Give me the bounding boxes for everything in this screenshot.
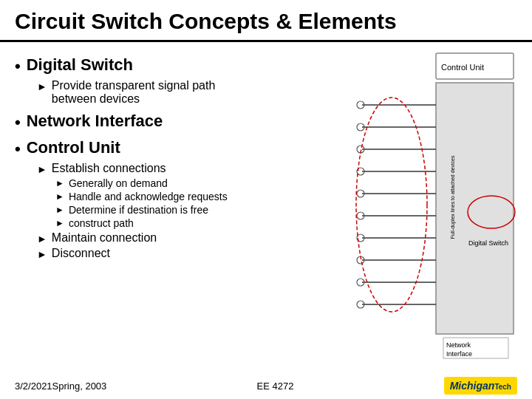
control-unit-label: Control Unit bbox=[27, 138, 120, 157]
arrow-icon-5: ► bbox=[55, 205, 64, 215]
construct-path-text: construct path bbox=[69, 217, 134, 229]
digital-switch-label: Digital Switch bbox=[27, 55, 133, 75]
footer: 3/2/2021Spring, 2003 EE 4272 MichiganTec… bbox=[0, 377, 532, 395]
bullet-control-unit: • Control Unit bbox=[15, 138, 340, 159]
right-diagram: Control Unit Digital Switch bbox=[347, 50, 517, 389]
content-area: • Digital Switch ► Provide transparent s… bbox=[0, 42, 532, 393]
circuit-diagram: Control Unit Digital Switch bbox=[347, 50, 517, 360]
svg-text:Interface: Interface bbox=[446, 350, 472, 358]
footer-course: EE 4272 bbox=[257, 381, 294, 392]
handle-requests-text: Handle and acknowledge requests bbox=[69, 191, 228, 202]
bullet-construct-path: ► construct path bbox=[55, 217, 340, 229]
bullet-sub-signal-path: ► Provide transparent signal pathbetween… bbox=[37, 79, 340, 106]
bullet-handle-requests: ► Handle and acknowledge requests bbox=[55, 191, 340, 202]
maintain-connection-text: Maintain connection bbox=[52, 231, 157, 245]
svg-text:Digital Switch: Digital Switch bbox=[468, 239, 508, 247]
title-bar: Circuit Switch Concepts & Elements bbox=[0, 0, 532, 42]
bullet-determine-destination: ► Determine if destination is free bbox=[55, 204, 340, 216]
generally-on-demand-text: Generally on demand bbox=[69, 177, 168, 189]
network-interface-label: Network Interface bbox=[27, 112, 163, 131]
arrow-icon-1: ► bbox=[37, 81, 47, 92]
bullet-generally-on-demand: ► Generally on demand bbox=[55, 177, 340, 189]
bullet-dot-3: • bbox=[15, 140, 21, 159]
slide: Circuit Switch Concepts & Elements • Dig… bbox=[0, 0, 532, 399]
mtu-logo: MichiganTech bbox=[444, 377, 517, 395]
bullet-dot-2: • bbox=[15, 113, 21, 132]
mtu-sub: Tech bbox=[494, 383, 511, 391]
svg-rect-2 bbox=[436, 83, 514, 334]
svg-point-29 bbox=[356, 98, 427, 312]
signal-path-text: Provide transparent signal pathbetween d… bbox=[52, 79, 215, 106]
bullet-establish-connections: ► Establish connections bbox=[37, 162, 340, 175]
left-content: • Digital Switch ► Provide transparent s… bbox=[15, 50, 347, 389]
bullet-dot-1: • bbox=[15, 57, 21, 76]
bullet-digital-switch: • Digital Switch bbox=[15, 55, 340, 76]
establish-connections-text: Establish connections bbox=[52, 162, 166, 175]
arrow-icon-3: ► bbox=[55, 178, 64, 188]
arrow-icon-4: ► bbox=[55, 191, 64, 202]
bullet-maintain-connection: ► Maintain connection bbox=[37, 231, 340, 245]
arrow-icon-7: ► bbox=[37, 233, 47, 245]
arrow-icon-6: ► bbox=[55, 218, 64, 228]
bullet-network-interface: • Network Interface bbox=[15, 112, 340, 132]
svg-text:Full-duplex lines to attached : Full-duplex lines to attached devices bbox=[450, 155, 456, 239]
bullet-disconnect: ► Disconnect bbox=[37, 247, 340, 260]
mtu-text: Michigan bbox=[450, 380, 495, 392]
slide-title: Circuit Switch Concepts & Elements bbox=[15, 9, 397, 33]
svg-text:Network: Network bbox=[446, 341, 471, 349]
determine-destination-text: Determine if destination is free bbox=[69, 204, 208, 216]
svg-text:Control Unit: Control Unit bbox=[441, 63, 484, 72]
arrow-icon-8: ► bbox=[37, 248, 47, 260]
disconnect-text: Disconnect bbox=[52, 247, 110, 260]
arrow-icon-2: ► bbox=[37, 163, 47, 175]
footer-date: 3/2/2021Spring, 2003 bbox=[15, 381, 106, 392]
